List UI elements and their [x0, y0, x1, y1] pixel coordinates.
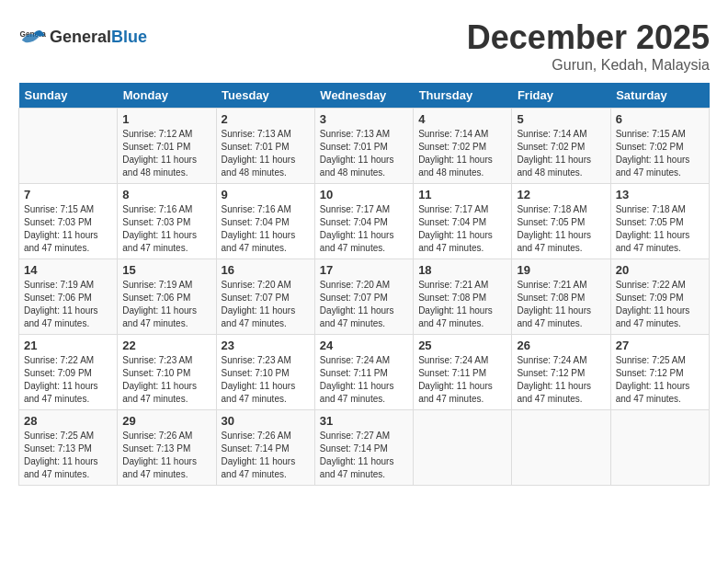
calendar-cell: 2Sunrise: 7:13 AM Sunset: 7:01 PM Daylig…	[216, 109, 314, 184]
day-number: 6	[616, 112, 704, 126]
calendar-table: SundayMondayTuesdayWednesdayThursdayFrid…	[18, 83, 710, 486]
day-number: 3	[320, 112, 408, 126]
day-number: 16	[222, 263, 310, 277]
week-row-2: 7Sunrise: 7:15 AM Sunset: 7:03 PM Daylig…	[19, 184, 710, 259]
calendar-cell: 8Sunrise: 7:16 AM Sunset: 7:03 PM Daylig…	[118, 184, 216, 259]
day-number: 18	[418, 263, 506, 277]
calendar-cell	[19, 109, 118, 184]
calendar-cell: 20Sunrise: 7:22 AM Sunset: 7:09 PM Dayli…	[610, 259, 709, 335]
cell-info: Sunrise: 7:16 AM Sunset: 7:04 PM Dayligh…	[222, 203, 310, 255]
cell-info: Sunrise: 7:22 AM Sunset: 7:09 PM Dayligh…	[24, 354, 112, 406]
calendar-cell: 13Sunrise: 7:18 AM Sunset: 7:05 PM Dayli…	[610, 184, 709, 259]
day-number: 19	[517, 263, 605, 277]
day-number: 26	[517, 339, 605, 352]
cell-info: Sunrise: 7:26 AM Sunset: 7:14 PM Dayligh…	[222, 430, 310, 481]
calendar-cell: 28Sunrise: 7:25 AM Sunset: 7:13 PM Dayli…	[19, 410, 118, 486]
calendar-cell	[512, 410, 610, 486]
cell-info: Sunrise: 7:13 AM Sunset: 7:01 PM Dayligh…	[320, 128, 408, 179]
day-number: 30	[222, 414, 310, 428]
day-number: 12	[517, 188, 605, 201]
calendar-cell: 18Sunrise: 7:21 AM Sunset: 7:08 PM Dayli…	[414, 259, 512, 335]
calendar-cell: 31Sunrise: 7:27 AM Sunset: 7:14 PM Dayli…	[314, 410, 413, 486]
day-number: 2	[222, 112, 310, 126]
cell-info: Sunrise: 7:15 AM Sunset: 7:02 PM Dayligh…	[616, 128, 704, 179]
calendar-cell: 16Sunrise: 7:20 AM Sunset: 7:07 PM Dayli…	[216, 259, 314, 335]
day-number: 5	[517, 112, 605, 126]
week-row-5: 28Sunrise: 7:25 AM Sunset: 7:13 PM Dayli…	[19, 410, 710, 486]
day-number: 9	[222, 188, 310, 201]
location-title: Gurun, Kedah, Malaysia	[467, 57, 710, 74]
calendar-cell: 19Sunrise: 7:21 AM Sunset: 7:08 PM Dayli…	[512, 259, 610, 335]
calendar-cell	[610, 410, 709, 486]
day-number: 11	[418, 188, 506, 201]
day-number: 21	[24, 339, 112, 352]
day-number: 31	[320, 414, 408, 428]
day-number: 15	[122, 263, 210, 277]
cell-info: Sunrise: 7:18 AM Sunset: 7:05 PM Dayligh…	[616, 203, 704, 255]
cell-info: Sunrise: 7:23 AM Sunset: 7:10 PM Dayligh…	[222, 354, 310, 406]
logo-blue: Blue	[111, 28, 147, 46]
cell-info: Sunrise: 7:19 AM Sunset: 7:06 PM Dayligh…	[122, 279, 210, 330]
cell-info: Sunrise: 7:24 AM Sunset: 7:11 PM Dayligh…	[418, 354, 506, 406]
calendar-cell: 3Sunrise: 7:13 AM Sunset: 7:01 PM Daylig…	[314, 109, 413, 184]
calendar-cell: 21Sunrise: 7:22 AM Sunset: 7:09 PM Dayli…	[19, 335, 118, 410]
calendar-cell: 26Sunrise: 7:24 AM Sunset: 7:12 PM Dayli…	[512, 335, 610, 410]
days-header-row: SundayMondayTuesdayWednesdayThursdayFrid…	[19, 83, 710, 109]
logo-text: General	[50, 28, 111, 46]
calendar-cell: 29Sunrise: 7:26 AM Sunset: 7:13 PM Dayli…	[118, 410, 216, 486]
day-header-thursday: Thursday	[414, 83, 512, 109]
day-number: 1	[122, 112, 210, 126]
week-row-4: 21Sunrise: 7:22 AM Sunset: 7:09 PM Dayli…	[19, 335, 710, 410]
month-title: December 2025	[467, 18, 710, 57]
logo: General GeneralBlue	[18, 23, 147, 51]
day-header-tuesday: Tuesday	[216, 83, 314, 109]
cell-info: Sunrise: 7:27 AM Sunset: 7:14 PM Dayligh…	[320, 430, 408, 481]
calendar-cell: 6Sunrise: 7:15 AM Sunset: 7:02 PM Daylig…	[610, 109, 709, 184]
day-number: 23	[222, 339, 310, 352]
day-number: 20	[616, 263, 704, 277]
cell-info: Sunrise: 7:25 AM Sunset: 7:12 PM Dayligh…	[616, 354, 704, 406]
cell-info: Sunrise: 7:25 AM Sunset: 7:13 PM Dayligh…	[24, 430, 112, 481]
day-header-wednesday: Wednesday	[314, 83, 413, 109]
day-header-sunday: Sunday	[19, 83, 118, 109]
calendar-cell: 25Sunrise: 7:24 AM Sunset: 7:11 PM Dayli…	[414, 335, 512, 410]
calendar-cell: 7Sunrise: 7:15 AM Sunset: 7:03 PM Daylig…	[19, 184, 118, 259]
calendar-cell: 11Sunrise: 7:17 AM Sunset: 7:04 PM Dayli…	[414, 184, 512, 259]
week-row-1: 1Sunrise: 7:12 AM Sunset: 7:01 PM Daylig…	[19, 109, 710, 184]
logo-icon: General	[18, 23, 46, 51]
day-number: 14	[24, 263, 112, 277]
calendar-cell: 9Sunrise: 7:16 AM Sunset: 7:04 PM Daylig…	[216, 184, 314, 259]
day-number: 4	[418, 112, 506, 126]
calendar-cell: 24Sunrise: 7:24 AM Sunset: 7:11 PM Dayli…	[314, 335, 413, 410]
day-header-monday: Monday	[118, 83, 216, 109]
cell-info: Sunrise: 7:15 AM Sunset: 7:03 PM Dayligh…	[24, 203, 112, 255]
calendar-cell: 30Sunrise: 7:26 AM Sunset: 7:14 PM Dayli…	[216, 410, 314, 486]
cell-info: Sunrise: 7:24 AM Sunset: 7:12 PM Dayligh…	[517, 354, 605, 406]
calendar-cell: 5Sunrise: 7:14 AM Sunset: 7:02 PM Daylig…	[512, 109, 610, 184]
cell-info: Sunrise: 7:14 AM Sunset: 7:02 PM Dayligh…	[418, 128, 506, 179]
cell-info: Sunrise: 7:22 AM Sunset: 7:09 PM Dayligh…	[616, 279, 704, 330]
day-header-friday: Friday	[512, 83, 610, 109]
day-number: 10	[320, 188, 408, 201]
day-number: 13	[616, 188, 704, 201]
calendar-cell: 22Sunrise: 7:23 AM Sunset: 7:10 PM Dayli…	[118, 335, 216, 410]
day-number: 24	[320, 339, 408, 352]
day-number: 22	[122, 339, 210, 352]
cell-info: Sunrise: 7:21 AM Sunset: 7:08 PM Dayligh…	[418, 279, 506, 330]
cell-info: Sunrise: 7:26 AM Sunset: 7:13 PM Dayligh…	[122, 430, 210, 481]
cell-info: Sunrise: 7:16 AM Sunset: 7:03 PM Dayligh…	[122, 203, 210, 255]
calendar-cell: 27Sunrise: 7:25 AM Sunset: 7:12 PM Dayli…	[610, 335, 709, 410]
cell-info: Sunrise: 7:18 AM Sunset: 7:05 PM Dayligh…	[517, 203, 605, 255]
day-number: 28	[24, 414, 112, 428]
cell-info: Sunrise: 7:14 AM Sunset: 7:02 PM Dayligh…	[517, 128, 605, 179]
calendar-cell: 4Sunrise: 7:14 AM Sunset: 7:02 PM Daylig…	[414, 109, 512, 184]
day-number: 17	[320, 263, 408, 277]
cell-info: Sunrise: 7:13 AM Sunset: 7:01 PM Dayligh…	[222, 128, 310, 179]
day-number: 8	[122, 188, 210, 201]
calendar-cell: 17Sunrise: 7:20 AM Sunset: 7:07 PM Dayli…	[314, 259, 413, 335]
header: General GeneralBlue December 2025 Gurun,…	[18, 18, 710, 74]
calendar-cell: 14Sunrise: 7:19 AM Sunset: 7:06 PM Dayli…	[19, 259, 118, 335]
day-number: 29	[122, 414, 210, 428]
cell-info: Sunrise: 7:17 AM Sunset: 7:04 PM Dayligh…	[320, 203, 408, 255]
day-number: 25	[418, 339, 506, 352]
